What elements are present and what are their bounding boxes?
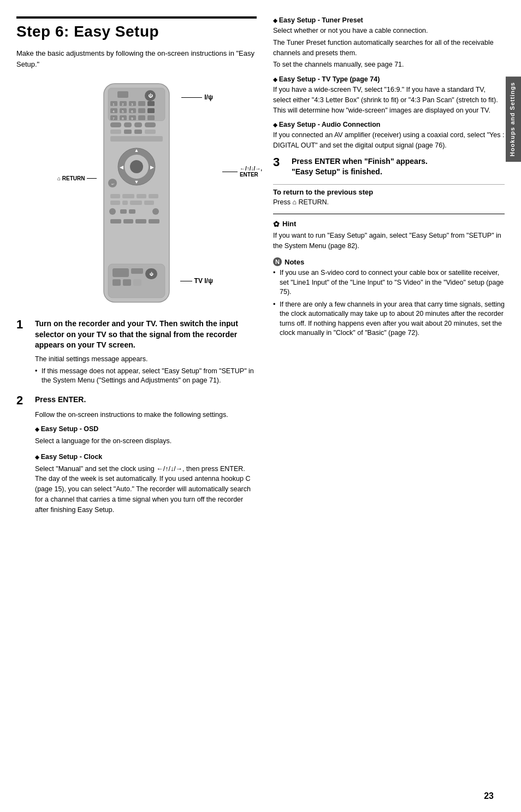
step-3-number: 3 <box>273 156 286 168</box>
svg-rect-49 <box>137 194 146 198</box>
sub-section-tuner: Easy Setup - Tuner Preset Select whether… <box>273 16 505 70</box>
step-3-subtitle: "Easy Setup" is finished. <box>292 167 428 178</box>
notes-title: N Notes <box>273 257 505 266</box>
step-1-body-p1: The initial settings message appears. <box>35 354 257 364</box>
sub-body-clock: Select "Manual" and set the clock using … <box>35 464 257 515</box>
sub-body-audio: If you connected an AV amplifier (receiv… <box>273 130 505 151</box>
svg-rect-62 <box>149 219 159 223</box>
return-body: Press ⌂ RETURN. <box>273 198 505 206</box>
notes-icon: N <box>273 257 282 266</box>
return-title: To return to the previous step <box>273 188 505 196</box>
sub-section-clock: Easy Setup - Clock Select "Manual" and s… <box>35 452 257 515</box>
step-1-body: The initial settings message appears. • … <box>16 354 257 386</box>
tv-power-label: TV I/ψ <box>180 277 213 285</box>
notes-item-1: • If you use an S-video cord to connect … <box>273 268 505 297</box>
svg-text:▼: ▼ <box>134 179 139 185</box>
svg-point-55 <box>109 208 116 215</box>
svg-rect-2 <box>117 91 128 98</box>
svg-rect-33 <box>110 130 121 134</box>
notes-section: N Notes • If you use an S-video cord to … <box>273 257 505 338</box>
svg-text:⏻: ⏻ <box>150 272 153 276</box>
power-label: I/ψ <box>181 93 213 101</box>
sub-title-tv-type: Easy Setup - TV Type (page 74) <box>273 75 505 83</box>
svg-text:◀: ◀ <box>120 164 123 170</box>
svg-rect-30 <box>124 122 132 127</box>
sub-title-tuner: Easy Setup - Tuner Preset <box>273 16 505 24</box>
page-number: 23 <box>484 791 494 801</box>
svg-rect-32 <box>145 122 156 127</box>
sub-body-tuner: Select whether or not you have a cable c… <box>273 26 505 36</box>
svg-rect-53 <box>130 201 142 205</box>
svg-rect-52 <box>122 201 128 205</box>
svg-text:⏻: ⏻ <box>148 93 153 98</box>
svg-rect-59 <box>110 219 121 223</box>
svg-rect-34 <box>124 130 132 134</box>
svg-text:↩: ↩ <box>111 183 114 186</box>
step-1-section: 1 Turn on the recorder and your TV. Then… <box>16 319 257 386</box>
svg-rect-70 <box>133 279 141 286</box>
svg-rect-16 <box>138 108 145 113</box>
svg-rect-65 <box>131 268 143 274</box>
svg-rect-64 <box>113 268 129 277</box>
svg-rect-60 <box>123 219 133 223</box>
svg-text:▲: ▲ <box>134 148 139 153</box>
svg-rect-8 <box>138 101 145 106</box>
svg-rect-51 <box>110 201 120 205</box>
step-1-bullet-1: • If this message does not appear, selec… <box>35 367 257 386</box>
divider <box>273 214 505 214</box>
svg-rect-68 <box>113 279 121 286</box>
svg-rect-48 <box>122 194 134 198</box>
svg-rect-24 <box>138 115 145 120</box>
notes-item-2: • If there are only a few channels in yo… <box>273 300 505 338</box>
remote-illustration: I/ψ ←/↑/↓/→,ENTER ⌂ RETURN TV I/ψ <box>66 78 208 308</box>
svg-rect-61 <box>135 219 146 223</box>
svg-text:▶: ▶ <box>150 164 154 170</box>
step-3-section: 3 Press ENTER when "Finish" appears. "Ea… <box>273 156 505 185</box>
step-2-body: Follow the on-screen instructions to mak… <box>16 410 257 515</box>
left-column: Step 6: Easy Setup Make the basic adjust… <box>16 16 268 796</box>
svg-rect-54 <box>144 201 154 205</box>
step-2-title: Press ENTER. <box>35 395 86 405</box>
hint-icon: ✿ <box>273 220 280 228</box>
sub-body-tuner-3: To set the channels manually, see page 7… <box>273 60 505 70</box>
sub-section-audio: Easy Setup - Audio Connection If you con… <box>273 121 505 151</box>
svg-rect-9 <box>147 101 155 106</box>
svg-rect-47 <box>110 194 120 198</box>
remote-svg: ⏻ 1 2 3 <box>93 78 180 308</box>
return-section: To return to the previous step Press ⌂ R… <box>273 188 505 206</box>
sub-section-tv-type: Easy Setup - TV Type (page 74) If you ha… <box>273 75 505 115</box>
svg-point-40 <box>130 160 143 173</box>
hint-body: If you want to run "Easy Setup" again, s… <box>273 231 505 251</box>
page-title: Step 6: Easy Setup <box>16 16 257 40</box>
step-2-section: 2 Press ENTER. Follow the on-screen inst… <box>16 395 257 515</box>
step-3-body: Press ENTER when "Finish" appears. "Easy… <box>292 156 428 178</box>
sub-title-audio: Easy Setup - Audio Connection <box>273 121 505 128</box>
svg-rect-56 <box>120 209 127 214</box>
svg-rect-25 <box>147 115 155 120</box>
hint-title: ✿ Hint <box>273 220 505 228</box>
step-2-intro: Follow the on-screen instructions to mak… <box>35 410 257 420</box>
sub-title-clock: Easy Setup - Clock <box>35 452 257 462</box>
sub-body-osd: Select a language for the on-screen disp… <box>35 436 257 446</box>
svg-rect-35 <box>134 130 142 134</box>
step-1-title: Turn on the recorder and your TV. Then s… <box>35 319 257 351</box>
step-1-number: 1 <box>16 319 29 331</box>
svg-rect-36 <box>145 130 156 134</box>
svg-rect-17 <box>147 108 155 113</box>
svg-point-58 <box>152 208 159 215</box>
sub-title-osd: Easy Setup - OSD <box>35 424 257 434</box>
svg-rect-69 <box>123 279 131 286</box>
intro-text: Make the basic adjustments by following … <box>16 48 257 69</box>
side-tab: Hookups and Settings <box>506 77 521 162</box>
svg-rect-50 <box>149 194 158 198</box>
sub-body-tuner-2: The Tuner Preset function automatically … <box>273 38 505 58</box>
svg-rect-31 <box>134 122 142 127</box>
svg-rect-37 <box>110 136 163 142</box>
hint-section: ✿ Hint If you want to run "Easy Setup" a… <box>273 220 505 251</box>
return-label: ⌂ RETURN <box>57 175 97 181</box>
sub-body-tv-type: If you have a wide-screen TV, select "16… <box>273 85 505 115</box>
step-2-number: 2 <box>16 395 29 407</box>
step-3-title: Press ENTER when "Finish" appears. <box>292 156 428 167</box>
arrows-label: ←/↑/↓/→,ENTER <box>222 166 262 178</box>
svg-rect-57 <box>129 209 135 214</box>
